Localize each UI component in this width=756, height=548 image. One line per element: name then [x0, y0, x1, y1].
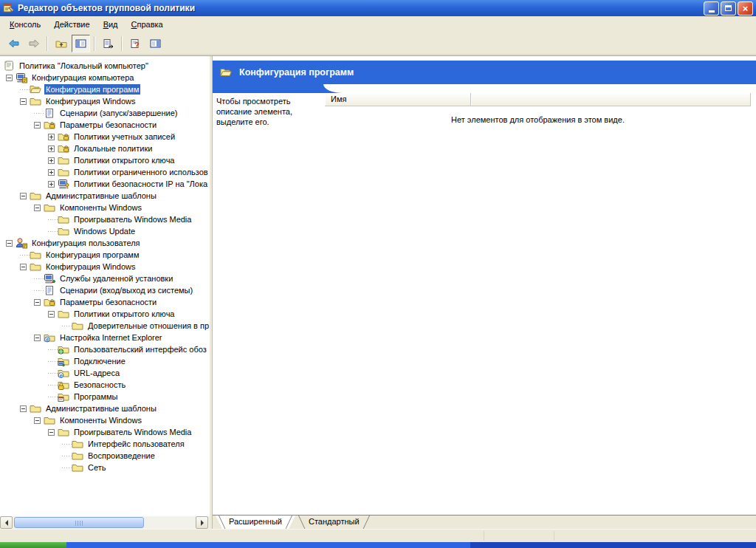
- collapse-icon[interactable]: [6, 240, 13, 247]
- tree-item[interactable]: Воспроизведение: [0, 450, 210, 462]
- expand-icon[interactable]: [48, 169, 55, 176]
- expand-icon[interactable]: [48, 181, 55, 188]
- view-tab-inactive[interactable]: Стандартный: [295, 516, 373, 529]
- start-button-edge[interactable]: [0, 542, 66, 548]
- collapse-icon[interactable]: [34, 299, 41, 306]
- active-taskbar-button-edge[interactable]: [470, 542, 756, 548]
- collapse-icon[interactable]: [34, 205, 41, 211]
- collapse-icon[interactable]: [20, 405, 27, 412]
- tree-item[interactable]: Политики ограниченного использов: [0, 166, 210, 178]
- tree-item[interactable]: Проигрыватель Windows Media: [0, 213, 210, 225]
- tree-item[interactable]: Конфигурация пользователя: [0, 237, 210, 249]
- forward-button[interactable]: [24, 35, 43, 52]
- expand-icon[interactable]: [48, 145, 55, 152]
- tree-item-label: Доверительные отношения в пр: [86, 321, 210, 331]
- tree-item[interactable]: Локальные политики: [0, 143, 210, 154]
- tree-item[interactable]: Безопасность: [0, 379, 210, 391]
- taskbar-sliver: [0, 542, 756, 548]
- close-button[interactable]: ×: [738, 1, 753, 16]
- tree-item[interactable]: Конфигурация Windows: [0, 95, 210, 107]
- collapse-icon[interactable]: [34, 335, 41, 341]
- minimize-button[interactable]: [704, 1, 719, 16]
- tree-item[interactable]: Проигрыватель Windows Media: [0, 426, 210, 438]
- help-icon: ?: [129, 38, 142, 49]
- scrollbar-thumb[interactable]: [14, 517, 144, 528]
- tree-item[interactable]: Программы: [0, 391, 210, 403]
- collapse-icon[interactable]: [20, 98, 27, 105]
- tree-item[interactable]: Службы удаленной установки: [0, 273, 210, 284]
- tree-item[interactable]: Пользовательский интерфейс обоз: [0, 343, 210, 355]
- tree-connector: [62, 467, 72, 468]
- tree-item[interactable]: Административные шаблоны: [0, 190, 210, 202]
- tree-item[interactable]: Параметры безопасности: [0, 119, 210, 131]
- menu-item[interactable]: Действие: [47, 18, 96, 31]
- column-header-name[interactable]: Имя: [325, 93, 471, 106]
- view-tab-active[interactable]: Расширенный: [216, 516, 295, 529]
- tree-item[interactable]: Сценарии (вход/выход из системы): [0, 284, 210, 296]
- back-button[interactable]: [4, 35, 23, 52]
- tree-item[interactable]: Политики учетных записей: [0, 131, 210, 143]
- console-workspace: Политика "Локальный компьютер"Конфигурац…: [0, 55, 756, 529]
- tree-item[interactable]: Политики открытого ключа: [0, 154, 210, 166]
- show-console-tree-button[interactable]: [72, 35, 90, 52]
- tree-connector: [34, 278, 44, 279]
- tree-item-label: Воспроизведение: [86, 451, 157, 461]
- help-button[interactable]: ?: [126, 35, 145, 52]
- tree-connector: [48, 361, 58, 362]
- tree-item-label: Настройка Internet Explorer: [58, 332, 164, 343]
- up-one-level-button[interactable]: [52, 35, 70, 52]
- app-icon: [3, 2, 15, 14]
- tree-item[interactable]: Конфигурация компьютера: [0, 72, 210, 83]
- collapse-icon[interactable]: [6, 75, 13, 81]
- scroll-left-button[interactable]: [0, 516, 13, 529]
- collapse-icon[interactable]: [20, 264, 27, 270]
- tree-item[interactable]: Доверительные отношения в пр: [0, 320, 210, 332]
- export-list-button[interactable]: [99, 35, 117, 52]
- tree-item[interactable]: Компоненты Windows: [0, 202, 210, 213]
- folder-lock-icon: [58, 143, 69, 154]
- tree-item[interactable]: Компоненты Windows: [0, 414, 210, 426]
- tree-item[interactable]: Сценарии (запуск/завершение): [0, 107, 210, 119]
- tree-item-label: Конфигурация пользователя: [30, 238, 142, 248]
- folder-monitor-icon: [58, 355, 69, 367]
- tree-item[interactable]: Политики безопасности IP на "Лока: [0, 178, 210, 190]
- computer-icon: [16, 72, 27, 83]
- details-body: Чтобы просмотреть описание элемента, выд…: [213, 93, 756, 529]
- tree-item-selected[interactable]: Конфигурация программ: [0, 83, 210, 95]
- tree-item-label: Политики открытого ключа: [72, 309, 176, 319]
- expand-icon[interactable]: [48, 134, 55, 140]
- collapse-icon[interactable]: [34, 122, 41, 129]
- tree-item[interactable]: Параметры безопасности: [0, 296, 210, 308]
- tree-horizontal-scrollbar[interactable]: [0, 516, 210, 529]
- tree-item[interactable]: Политики открытого ключа: [0, 308, 210, 320]
- collapse-icon[interactable]: [20, 193, 27, 199]
- tree-item[interactable]: Конфигурация программ: [0, 249, 210, 261]
- show-action-pane-button[interactable]: [146, 35, 165, 52]
- tree-item[interactable]: Подключение: [0, 355, 210, 367]
- tree-item[interactable]: eURL-адреса: [0, 367, 210, 379]
- tree-item[interactable]: eНастройка Internet Explorer: [0, 332, 210, 343]
- tree-item[interactable]: Административные шаблоны: [0, 403, 210, 414]
- collapse-icon[interactable]: [48, 429, 55, 436]
- collapse-icon[interactable]: [34, 417, 41, 424]
- column-header-blank[interactable]: [471, 93, 751, 106]
- frame-seam: [484, 531, 484, 541]
- collapse-icon[interactable]: [48, 311, 55, 318]
- frame-seam: [554, 531, 554, 541]
- tree-item-label: Параметры безопасности: [58, 297, 158, 307]
- menu-item[interactable]: Вид: [97, 18, 125, 31]
- scroll-right-button[interactable]: [196, 516, 208, 529]
- folder-lock-icon: [58, 131, 69, 143]
- folder-open-icon: [30, 83, 41, 95]
- menu-item[interactable]: Консоль: [3, 18, 47, 31]
- tree-item[interactable]: Конфигурация Windows: [0, 261, 210, 273]
- tree-item[interactable]: Windows Update: [0, 225, 210, 237]
- tree-item[interactable]: Сеть: [0, 462, 210, 473]
- menu-item[interactable]: Справка: [125, 18, 170, 31]
- tree-item-label: Политики открытого ключа: [72, 155, 176, 165]
- tree-item-label: Сценарии (запуск/завершение): [58, 108, 179, 118]
- restore-button[interactable]: [721, 1, 736, 16]
- tree-item[interactable]: Политика "Локальный компьютер": [0, 60, 210, 72]
- expand-icon[interactable]: [48, 157, 55, 164]
- tree-item[interactable]: Интерфейс пользователя: [0, 438, 210, 450]
